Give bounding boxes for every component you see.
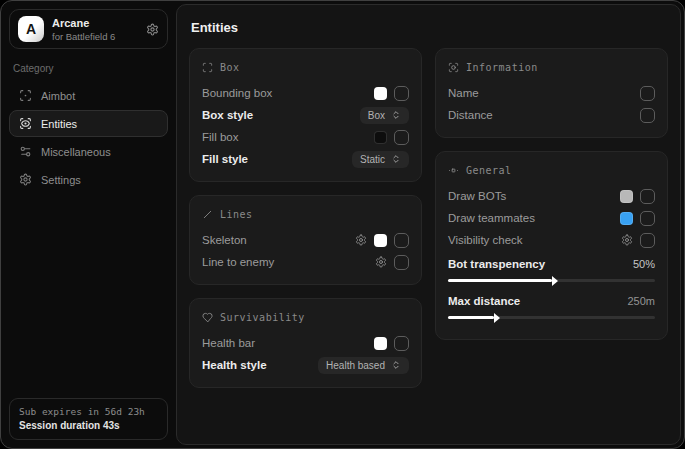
- focus-grid-icon: [448, 165, 459, 176]
- setting-row: Bounding box: [202, 82, 409, 104]
- gear-icon: [19, 173, 32, 186]
- setting-label: Draw BOTs: [448, 190, 506, 202]
- slider-row: Bot transpenency 50%: [448, 254, 655, 274]
- main-panel: Entities Box Bounding box: [176, 4, 681, 445]
- fill-style-dropdown[interactable]: Static: [352, 151, 409, 168]
- card-box-title: Box: [202, 62, 409, 73]
- setting-label: Visibility check: [448, 234, 523, 246]
- setting-label: Fill box: [202, 131, 238, 143]
- color-swatch[interactable]: [620, 212, 633, 225]
- sidebar-item-miscellaneous[interactable]: Miscellaneous: [9, 138, 168, 165]
- session-duration: Session duration 43s: [19, 420, 158, 431]
- setting-label: Skeleton: [202, 234, 247, 246]
- setting-row: Health bar: [202, 332, 409, 354]
- gear-icon[interactable]: [146, 23, 159, 36]
- sliders-icon: [19, 145, 32, 158]
- setting-label: Fill style: [202, 153, 248, 165]
- health-style-dropdown[interactable]: Health based: [318, 357, 409, 374]
- color-swatch[interactable]: [374, 131, 387, 144]
- skeleton-checkbox[interactable]: [394, 233, 409, 248]
- card-information: Information Name Distance: [435, 48, 668, 138]
- profile-card: A Arcane for Battlefield 6: [9, 9, 168, 49]
- sidebar-item-label: Miscellaneous: [41, 146, 111, 158]
- chevrons-up-down-icon: [391, 154, 401, 164]
- card-information-title: Information: [448, 62, 655, 73]
- color-swatch[interactable]: [374, 337, 387, 350]
- visibility-check-checkbox[interactable]: [640, 233, 655, 248]
- gear-icon[interactable]: [621, 234, 633, 246]
- chevrons-up-down-icon: [391, 360, 401, 370]
- health-bar-checkbox[interactable]: [394, 336, 409, 351]
- distance-checkbox[interactable]: [640, 108, 655, 123]
- sidebar-item-label: Aimbot: [41, 90, 75, 102]
- dropdown-value: Static: [360, 154, 385, 165]
- diagonal-line-icon: [202, 209, 213, 220]
- setting-row: Fill box: [202, 126, 409, 148]
- card-survivability-title: Survivability: [202, 312, 409, 323]
- max-distance-slider[interactable]: [448, 316, 655, 319]
- card-box: Box Bounding box Box style Box: [189, 48, 422, 182]
- setting-label: Distance: [448, 109, 493, 121]
- sidebar: A Arcane for Battlefield 6 Category Aimb…: [1, 1, 176, 448]
- color-swatch[interactable]: [620, 190, 633, 203]
- setting-row: Fill style Static: [202, 148, 409, 170]
- page-title: Entities: [191, 20, 666, 35]
- setting-label: Bot transpenency: [448, 258, 545, 270]
- card-lines-title: Lines: [202, 209, 409, 220]
- draw-teammates-checkbox[interactable]: [640, 211, 655, 226]
- gear-icon[interactable]: [375, 256, 387, 268]
- app-subtitle: for Battlefield 6: [52, 31, 115, 42]
- profile-text: Arcane for Battlefield 6: [52, 17, 115, 42]
- name-checkbox[interactable]: [640, 86, 655, 101]
- slider-row: Max distance 250m: [448, 291, 655, 311]
- card-title-label: Information: [466, 62, 538, 73]
- card-title-label: Survivability: [220, 312, 305, 323]
- card-title-label: General: [466, 165, 512, 176]
- category-label: Category: [13, 63, 164, 74]
- chevrons-up-down-icon: [391, 110, 401, 120]
- crosshair-icon: [19, 89, 32, 102]
- slider-value: 250m: [627, 295, 655, 307]
- scan-circle-icon: [448, 62, 459, 73]
- card-title-label: Lines: [220, 209, 253, 220]
- dropdown-value: Health based: [326, 360, 385, 371]
- sidebar-item-settings[interactable]: Settings: [9, 166, 168, 193]
- avatar: A: [18, 16, 44, 42]
- sidebar-item-label: Settings: [41, 174, 81, 186]
- setting-label: Box style: [202, 109, 253, 121]
- gear-icon[interactable]: [355, 234, 367, 246]
- setting-row: Draw BOTs: [448, 185, 655, 207]
- sidebar-item-entities[interactable]: Entities: [9, 110, 168, 137]
- heart-icon: [202, 312, 213, 323]
- setting-row: Skeleton: [202, 229, 409, 251]
- app-name: Arcane: [52, 17, 115, 29]
- color-swatch[interactable]: [374, 234, 387, 247]
- sub-expiry: Sub expires in 56d 23h: [19, 406, 158, 417]
- slider-fill: [448, 279, 552, 282]
- card-lines: Lines Skeleton Line to enemy: [189, 195, 422, 285]
- bounding-box-checkbox[interactable]: [394, 86, 409, 101]
- setting-label: Health bar: [202, 337, 255, 349]
- subscription-card: Sub expires in 56d 23h Session duration …: [9, 398, 168, 440]
- draw-bots-checkbox[interactable]: [640, 189, 655, 204]
- sidebar-item-aimbot[interactable]: Aimbot: [9, 82, 168, 109]
- setting-label: Max distance: [448, 295, 520, 307]
- bot-transparency-slider[interactable]: [448, 279, 655, 282]
- setting-row: Box style Box: [202, 104, 409, 126]
- box-corners-icon: [202, 62, 213, 73]
- box-style-dropdown[interactable]: Box: [360, 107, 409, 124]
- color-swatch[interactable]: [374, 87, 387, 100]
- setting-label: Line to enemy: [202, 256, 274, 268]
- setting-row: Name: [448, 82, 655, 104]
- setting-label: Draw teammates: [448, 212, 535, 224]
- dropdown-value: Box: [368, 110, 385, 121]
- setting-row: Visibility check: [448, 229, 655, 251]
- setting-label: Name: [448, 87, 479, 99]
- sidebar-item-label: Entities: [41, 118, 77, 130]
- card-general: General Draw BOTs Draw teammates: [435, 151, 668, 340]
- setting-row: Distance: [448, 104, 655, 126]
- fill-box-checkbox[interactable]: [394, 130, 409, 145]
- line-to-enemy-checkbox[interactable]: [394, 255, 409, 270]
- scan-eye-icon: [19, 117, 32, 130]
- slider-fill: [448, 316, 494, 319]
